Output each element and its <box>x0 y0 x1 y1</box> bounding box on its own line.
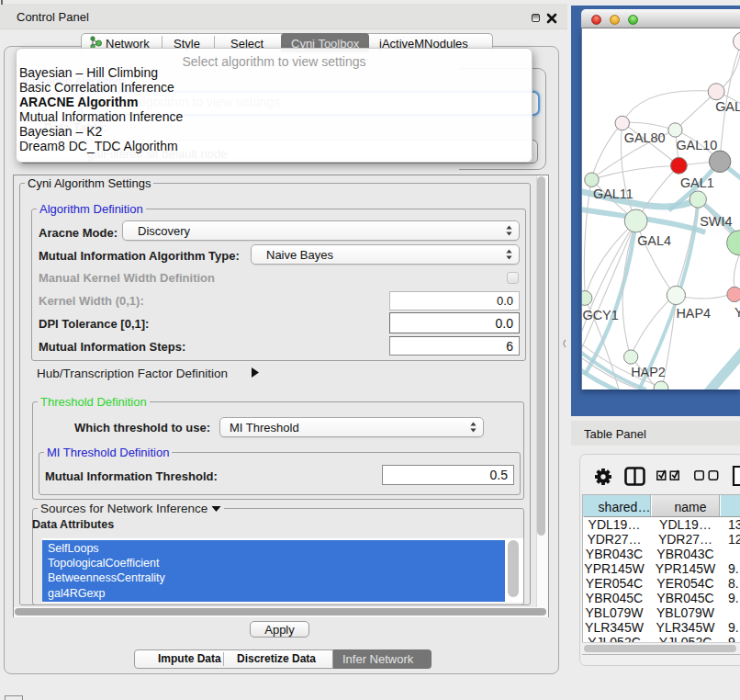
svg-text:YL: YL <box>734 305 740 320</box>
svg-text:GAL7: GAL7 <box>715 99 740 114</box>
svg-text:GAL11: GAL11 <box>593 186 633 201</box>
svg-text:HAP4: HAP4 <box>676 306 711 321</box>
svg-text:HAP2: HAP2 <box>631 365 666 379</box>
svg-text:GAL4: GAL4 <box>637 233 671 248</box>
svg-text:SWI4: SWI4 <box>700 214 732 229</box>
svg-text:GAL10: GAL10 <box>676 138 717 152</box>
svg-text:GAL80: GAL80 <box>624 130 666 145</box>
svg-text:GCY1: GCY1 <box>582 308 618 322</box>
svg-text:GAL1: GAL1 <box>680 175 714 190</box>
